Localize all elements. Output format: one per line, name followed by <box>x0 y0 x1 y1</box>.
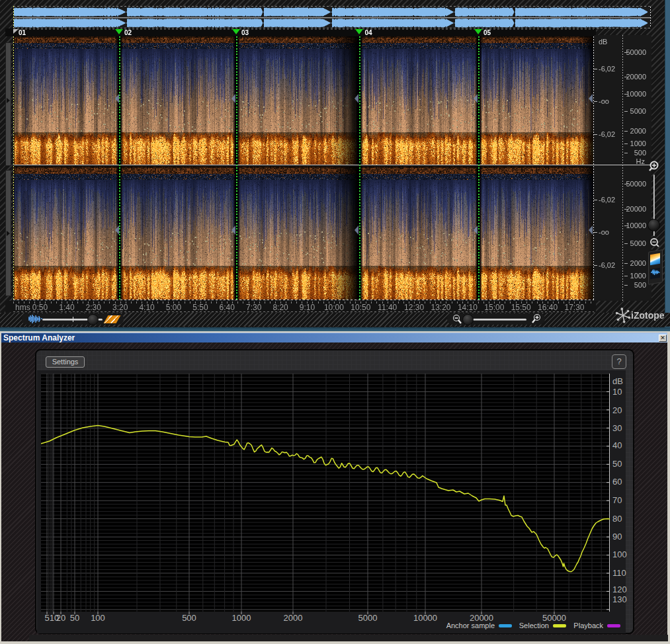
svg-text:iZotope: iZotope <box>631 310 665 321</box>
